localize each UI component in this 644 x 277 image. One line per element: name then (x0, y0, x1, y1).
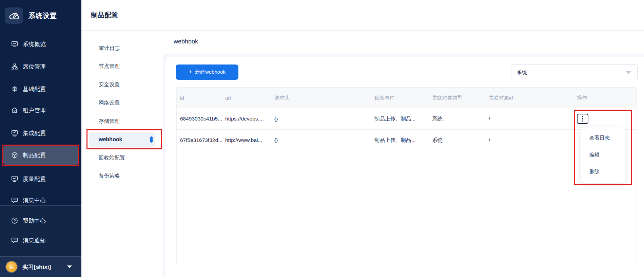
artifact-icon (11, 151, 18, 159)
submenu-item[interactable]: 安全设置 (81, 77, 163, 92)
sidebar-item-label: 集成配置 (23, 129, 46, 137)
active-indicator-bar (150, 136, 153, 143)
table-cell: 制品上传、制品... (371, 137, 429, 144)
sidebar-item-label: 消息通知 (23, 237, 46, 244)
table-cell: https://devops.... (222, 116, 271, 122)
overview-icon (11, 40, 18, 48)
avatar[interactable]: 实 (6, 261, 17, 272)
sidebar-item-help[interactable]: ?帮助中心 (0, 211, 81, 230)
integration-icon (11, 129, 18, 137)
scope-select[interactable]: 系统 (511, 64, 638, 80)
app-logo-icon (5, 7, 23, 24)
submenu-item-label: 回收站配置 (99, 154, 125, 162)
table-row: 67f5e31673f32d...http://www.bai...{}制品上传… (177, 129, 637, 151)
submenu-item[interactable]: 审计日志 (81, 41, 163, 55)
sidebar-item-label: 帮助中心 (23, 217, 46, 225)
help-icon: ? (11, 217, 18, 224)
plus-icon: + (189, 69, 192, 75)
metric-icon (11, 175, 18, 183)
section-title: webhook (174, 38, 198, 45)
svg-text:?: ? (13, 219, 16, 223)
table-header-row: idurl请求头触发事件关联对象类型关联对象id操作 (177, 88, 637, 108)
new-webhook-button-label: 新建webhook (195, 69, 226, 75)
user-band[interactable]: 实 实习[shixi] (0, 256, 81, 277)
submenu-item[interactable]: 回收站配置 (81, 151, 163, 165)
submenu-item-label: 存储管理 (99, 118, 120, 125)
column-header: 关联对象id (485, 95, 573, 101)
tenant-icon (11, 107, 18, 114)
submenu-item-label: 备份策略 (99, 172, 120, 180)
sidebar-item-label: 席位管理 (23, 63, 46, 71)
column-header: 操作 (573, 95, 637, 101)
sidebar-item-artifact[interactable]: 制品配置 (3, 145, 78, 165)
submenu-item-selected[interactable]: webhook (89, 132, 155, 147)
secondary-sidebar: 制品配置 审计日志节点管理安全设置网络设置存储管理webhook回收站配置备份策… (81, 0, 163, 277)
seat-icon (11, 63, 18, 70)
column-header: id (177, 95, 222, 101)
submenu-item-label: 审计日志 (99, 45, 120, 52)
submenu-item-label: webhook (99, 136, 122, 143)
sidebar-item-label: 系统概览 (23, 40, 46, 48)
primary-sidebar: 系统设置 系统概览席位管理基础配置租户管理集成配置制品配置度量配置消息中心 ?帮… (0, 0, 81, 277)
sidebar-item-gear[interactable]: 基础配置 (0, 79, 81, 99)
app-logo-row: 系统设置 (5, 7, 57, 24)
sidebar-item-integration[interactable]: 集成配置 (0, 123, 81, 143)
section-divider (163, 54, 644, 54)
table-body: 68493030c41b5...https://devops....{}制品上传… (177, 108, 637, 151)
actions-cell (573, 114, 637, 124)
notify-icon (11, 237, 18, 244)
sidebar-item-seat[interactable]: 席位管理 (0, 57, 81, 76)
table-row: 68493030c41b5...https://devops....{}制品上传… (177, 108, 637, 129)
column-header: 关联对象类型 (429, 95, 485, 101)
sidebar-item-metric[interactable]: 度量配置 (0, 169, 81, 189)
sidebar-item-label: 基础配置 (23, 85, 46, 93)
sidebar-item-label: 制品配置 (23, 151, 46, 159)
sidebar-item-label: 消息中心 (23, 197, 46, 204)
action-menu-item[interactable]: 编辑 (581, 146, 625, 163)
column-header: 触发事件 (371, 95, 429, 101)
webhook-table: idurl请求头触发事件关联对象类型关联对象id操作 68493030c41b5… (176, 87, 637, 265)
table-cell: {} (271, 116, 371, 122)
submenu-item-label: 节点管理 (99, 63, 120, 70)
action-menu-item[interactable]: 删除 (581, 163, 625, 180)
submenu-item-label: 网络设置 (99, 99, 120, 107)
chevron-down-icon[interactable] (67, 265, 72, 268)
vertical-divider (163, 30, 163, 277)
submenu-item-label: 安全设置 (99, 81, 120, 88)
sidebar-item-label: 度量配置 (23, 175, 46, 183)
header-divider (81, 30, 644, 31)
sidebar-item-label: 租户管理 (23, 107, 46, 114)
app-window: 系统设置 系统概览席位管理基础配置租户管理集成配置制品配置度量配置消息中心 ?帮… (0, 0, 644, 277)
page-title: 制品配置 (91, 11, 118, 20)
table-cell: 67f5e31673f32d... (177, 137, 222, 143)
kebab-dot (582, 121, 583, 122)
table-cell: http://www.bai... (222, 137, 271, 143)
table-cell: 系统 (429, 137, 485, 144)
submenu-item[interactable]: 备份策略 (81, 169, 163, 183)
table-cell: / (485, 116, 573, 122)
new-webhook-button[interactable]: + 新建webhook (176, 64, 238, 80)
app-title: 系统设置 (28, 11, 57, 20)
user-name: 实习[shixi] (22, 263, 51, 271)
table-cell: 制品上传、制品... (371, 115, 429, 123)
column-header: url (222, 95, 271, 101)
submenu-item[interactable]: 存储管理 (81, 114, 163, 128)
sidebar-item-overview[interactable]: 系统概览 (0, 34, 81, 54)
row-action-menu: 查看日志编辑删除 (581, 127, 625, 183)
table-cell: / (485, 137, 573, 143)
table-cell: 68493030c41b5... (177, 116, 222, 122)
kebab-dot (582, 118, 583, 119)
message-icon (11, 197, 18, 204)
select-caret-icon (626, 71, 631, 74)
sidebar-item-notify[interactable]: 消息通知 (0, 230, 81, 250)
scope-select-value: 系统 (517, 69, 527, 76)
kebab-dot (582, 116, 583, 117)
submenu-item[interactable]: 网络设置 (81, 96, 163, 110)
row-actions-kebab-button[interactable] (577, 114, 588, 124)
action-menu-item[interactable]: 查看日志 (581, 129, 625, 146)
table-cell: 系统 (429, 115, 485, 123)
column-header: 请求头 (271, 95, 371, 101)
submenu-item[interactable]: 节点管理 (81, 59, 163, 73)
sidebar-item-tenant[interactable]: 租户管理 (0, 100, 81, 120)
table-cell: {} (271, 137, 371, 143)
